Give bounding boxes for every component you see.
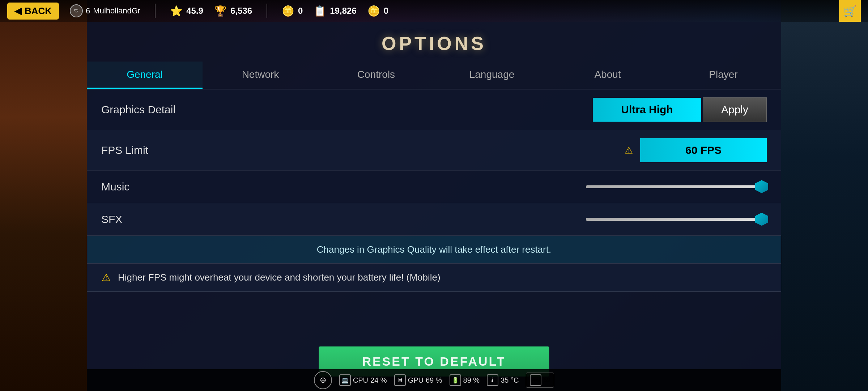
sfx-slider-track[interactable] [586,218,767,221]
bg-right [781,0,868,391]
tab-controls[interactable]: Controls [318,62,434,89]
tab-network-label: Network [242,69,279,80]
tab-language-label: Language [469,69,515,80]
apply-button[interactable]: Apply [703,97,767,122]
sfx-slider-container [210,218,767,221]
currency2-value: 19,826 [330,6,356,16]
temp-icon: 🌡 [490,377,495,383]
fps-warning-icon: ⚠ [625,145,633,156]
fps-icon: FPS [531,378,540,383]
divider2 [267,4,267,18]
player-level-number: 6 [86,6,90,16]
rank-icon: ⭐ [170,5,183,17]
temp-value: 35 °C [501,376,519,384]
rating-icon: 🏆 [214,5,227,17]
options-title: OPTIONS [382,33,486,54]
currency3-stat: 🪙 0 [367,5,388,17]
fps-counter-value: 59 [544,377,550,383]
cpu-stat: 💻 CPU 24 % [339,374,387,386]
options-panel: OPTIONS General Network Controls Languag… [87,22,781,391]
back-button[interactable]: ◀ BACK [7,3,59,20]
top-bar: ◀ BACK 🛡 6 MulhollandGr ⭐ 45.9 🏆 6,536 🪙… [0,0,868,22]
tab-general-label: General [127,69,163,80]
gpu-icon: 🖥 [397,377,403,383]
music-label: Music [101,181,210,193]
music-slider-track[interactable] [586,185,767,188]
coin-icon: 🪙 [282,5,294,17]
music-slider-thumb[interactable] [755,180,768,193]
gpu-icon-box: 🖥 [394,374,406,386]
graphics-detail-label: Graphics Detail [101,104,210,116]
gpu-stat: 🖥 GPU 69 % [394,374,442,386]
player-name: MulhollandGr [93,6,140,16]
fps-limit-row: FPS Limit ⚠ 60 FPS [87,130,781,171]
fps-limit-control: ⚠ 60 FPS [210,138,767,162]
graphics-detail-control: Ultra High Apply [210,97,767,122]
cpu-label: CPU [353,376,368,384]
rating-stat: 🏆 6,536 [214,5,252,17]
fps-warning-text: Higher FPS might overheat your device an… [118,272,441,283]
music-row: Music [87,171,781,203]
sfx-label: SFX [101,213,210,226]
hud-toggle-button[interactable]: ⊕ [314,371,332,389]
tab-network[interactable]: Network [203,62,318,89]
player-level: 🛡 [70,4,83,17]
temp-icon-box: 🌡 [487,374,498,386]
graphics-detail-row: Graphics Detail Ultra High Apply [87,89,781,130]
hud-icon: ⊕ [320,375,326,385]
tabs-container: General Network Controls Language About … [87,62,781,89]
tab-player[interactable]: Player [665,62,781,89]
currency1-value: 0 [298,6,303,16]
fps-limit-label: FPS Limit [101,144,210,156]
fps-icon-box: FPS [530,374,541,386]
divider1 [155,4,156,18]
cpu-value: 24 % [370,376,387,384]
back-label: BACK [25,5,52,17]
currency3-value: 0 [384,6,388,16]
fps-counter: FPS 59 [526,373,554,388]
bg-left [0,0,87,391]
tab-controls-label: Controls [357,69,395,80]
gem-icon: 📋 [314,5,326,17]
graphics-quality-button[interactable]: Ultra High [593,98,701,122]
music-slider-fill [586,185,758,188]
cpu-icon: 💻 [341,377,349,384]
rank-score: 45.9 [186,6,203,16]
graphics-notice-text: Changes in Graphics Quality will take ef… [317,244,551,255]
gpu-value: 69 % [426,376,442,384]
fps-warning-triangle-icon: ⚠ [102,272,111,283]
cart-icon: 🛒 [843,5,857,17]
status-bar: ⊕ 💻 CPU 24 % 🖥 GPU 69 % 🔋 89 % 🌡 35 °C F… [87,369,781,391]
rank-stat: ⭐ 45.9 [170,5,203,17]
back-arrow-icon: ◀ [14,5,22,17]
gold-icon: 🪙 [367,5,380,17]
battery-icon-box: 🔋 [450,374,461,386]
cart-button[interactable]: 🛒 [839,0,861,22]
tab-about[interactable]: About [550,62,665,89]
fps-warning-row: ⚠ Higher FPS might overheat your device … [87,263,781,292]
player-info: 🛡 6 MulhollandGr [70,4,140,17]
battery-stat: 🔋 89 % [450,374,480,386]
tab-language[interactable]: Language [434,62,550,89]
tab-player-label: Player [709,69,737,80]
sfx-slider-fill [586,218,758,221]
cpu-icon-box: 💻 [339,374,351,386]
sfx-slider-thumb[interactable] [755,213,768,226]
temp-stat: 🌡 35 °C [487,374,519,386]
rank-icon: 🛡 [74,8,79,14]
currency1-stat: 🪙 0 [282,5,303,17]
fps-value-button[interactable]: 60 FPS [640,138,767,162]
gpu-label: GPU [408,376,424,384]
battery-value: 89 % [463,376,480,384]
tab-general[interactable]: General [87,62,203,89]
tab-about-label: About [594,69,621,80]
currency2-stat: 📋 19,826 [314,5,356,17]
sfx-row: SFX [87,203,781,236]
rating-value: 6,536 [230,6,252,16]
battery-icon: 🔋 [452,377,459,384]
settings-container: Graphics Detail Ultra High Apply FPS Lim… [87,89,781,292]
graphics-notice-row: Changes in Graphics Quality will take ef… [87,236,781,263]
music-slider-container [210,185,767,188]
